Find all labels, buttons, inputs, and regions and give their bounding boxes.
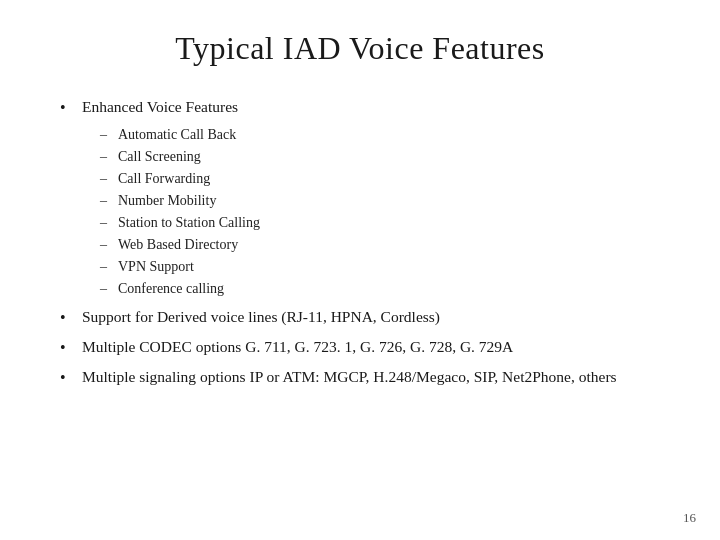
sub-item-label-7: VPN Support [118, 256, 194, 277]
sub-item-3: – Call Forwarding [100, 168, 660, 189]
enhanced-voice-label: Enhanced Voice Features [82, 95, 238, 118]
bullet-dot-3: • [60, 336, 82, 360]
dash-5: – [100, 212, 118, 233]
sub-item-8: – Conference calling [100, 278, 660, 299]
main-bullet-2: • Multiple CODEC options G. 711, G. 723.… [60, 335, 660, 360]
page-number: 16 [683, 510, 696, 526]
bullet-dot-2: • [60, 306, 82, 330]
sub-item-6: – Web Based Directory [100, 234, 660, 255]
main-bullet-label-2: Multiple CODEC options G. 711, G. 723. 1… [82, 335, 513, 358]
sub-item-2: – Call Screening [100, 146, 660, 167]
main-bullet-3: • Multiple signaling options IP or ATM: … [60, 365, 660, 390]
slide: Typical IAD Voice Features • Enhanced Vo… [0, 0, 720, 540]
sub-item-label-6: Web Based Directory [118, 234, 238, 255]
main-bullet-1: • Support for Derived voice lines (RJ-11… [60, 305, 660, 330]
sub-item-label-2: Call Screening [118, 146, 201, 167]
sub-item-label-1: Automatic Call Back [118, 124, 236, 145]
dash-6: – [100, 234, 118, 255]
main-bullets: • Support for Derived voice lines (RJ-11… [60, 305, 660, 390]
sub-item-list: – Automatic Call Back – Call Screening –… [100, 124, 660, 299]
sub-item-label-5: Station to Station Calling [118, 212, 260, 233]
sub-item-7: – VPN Support [100, 256, 660, 277]
main-bullet-label-3: Multiple signaling options IP or ATM: MG… [82, 365, 617, 388]
sub-item-1: – Automatic Call Back [100, 124, 660, 145]
dash-3: – [100, 168, 118, 189]
slide-content: • Enhanced Voice Features – Automatic Ca… [60, 95, 660, 390]
sub-item-4: – Number Mobility [100, 190, 660, 211]
dash-8: – [100, 278, 118, 299]
sub-item-label-4: Number Mobility [118, 190, 216, 211]
sub-item-5: – Station to Station Calling [100, 212, 660, 233]
bullet-dot-4: • [60, 366, 82, 390]
bullet-dot-1: • [60, 96, 82, 120]
dash-1: – [100, 124, 118, 145]
enhanced-voice-bullet: • Enhanced Voice Features [60, 95, 660, 120]
main-bullet-label-1: Support for Derived voice lines (RJ-11, … [82, 305, 440, 328]
dash-7: – [100, 256, 118, 277]
slide-title: Typical IAD Voice Features [60, 30, 660, 67]
dash-2: – [100, 146, 118, 167]
sub-item-label-8: Conference calling [118, 278, 224, 299]
sub-item-label-3: Call Forwarding [118, 168, 210, 189]
dash-4: – [100, 190, 118, 211]
